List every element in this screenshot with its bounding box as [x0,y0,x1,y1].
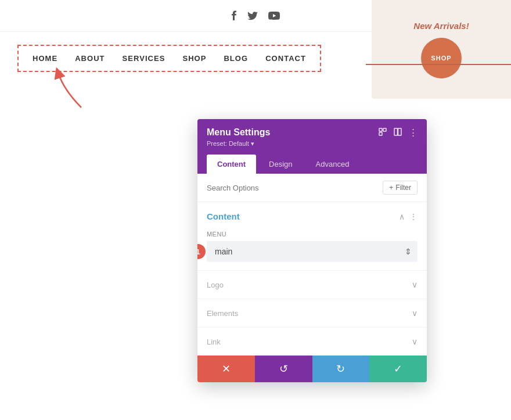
redo-icon: ↻ [336,362,345,375]
svg-rect-2 [379,132,382,135]
tab-content[interactable]: Content [207,155,256,174]
content-section-header: Content ∧ ⋮ [197,202,427,227]
nav-blog[interactable]: BLOG [224,54,248,63]
svg-rect-3 [394,128,398,135]
link-header[interactable]: Link ∨ [197,328,427,356]
search-input[interactable] [207,184,383,192]
nav-about[interactable]: ABOUT [75,54,105,63]
section-controls: ∧ ⋮ [399,212,418,221]
link-section: Link ∨ [197,327,427,356]
more-options-icon[interactable]: ⋮ [409,127,418,138]
logo-chevron-icon: ∨ [412,280,418,289]
save-icon: ✓ [394,362,402,375]
twitter-icon [247,12,258,23]
panel-title: Menu Settings [207,127,270,138]
panel-scroll-area[interactable]: + Filter Content ∧ ⋮ Menu 1 [197,174,427,356]
shop-button[interactable]: SHOP [421,38,462,78]
tab-design[interactable]: Design [258,155,303,174]
promo-divider-line [366,64,511,65]
menu-field-label: Menu [207,231,418,238]
link-chevron-icon: ∨ [412,337,418,346]
nav-home[interactable]: HOME [33,54,57,63]
panel-tabs: Content Design Advanced [197,155,427,174]
tab-advanced[interactable]: Advanced [305,155,360,174]
logo-header[interactable]: Logo ∨ [197,271,427,299]
logo-title: Logo [207,281,224,289]
panel-footer: ✕ ↺ ↻ ✓ [197,356,427,382]
filter-button[interactable]: + Filter [383,181,418,195]
svg-rect-1 [383,128,386,131]
promo-area: New Arrivals! SHOP [372,0,511,99]
panel-preset[interactable]: Preset: Default ▾ [207,140,418,148]
save-button[interactable]: ✓ [369,356,427,382]
section-more-icon[interactable]: ⋮ [409,212,418,221]
panel-header: Menu Settings [197,119,427,155]
facebook-icon [231,10,237,23]
link-title: Link [207,338,221,346]
filter-icon: + [389,184,393,192]
undo-icon: ↺ [279,362,288,375]
svg-rect-0 [379,128,382,131]
menu-select[interactable]: main [207,241,418,262]
elements-title: Elements [207,309,238,318]
annotation-arrow [52,67,87,116]
filter-label: Filter [395,184,411,192]
menu-field-row: Menu 1 main ⇕ [197,227,427,270]
fullscreen-icon[interactable] [379,128,387,138]
youtube-icon [268,12,280,22]
cancel-button[interactable]: ✕ [197,356,255,382]
search-row: + Filter [197,174,427,202]
menu-select-wrapper: 1 main ⇕ [207,241,418,262]
nav-shop[interactable]: SHOP [182,54,206,63]
section-title: Content [207,211,240,221]
svg-rect-4 [398,128,402,135]
cancel-icon: ✕ [222,362,231,375]
website-background: HOME ABOUT SERVICES SHOP BLOG CONTACT Ne… [0,0,511,420]
step-badge-1: 1 [197,244,206,259]
menu-settings-panel: Menu Settings [197,119,427,382]
redo-button[interactable]: ↻ [312,356,370,382]
nav-services[interactable]: SERVICES [123,54,165,63]
undo-button[interactable]: ↺ [255,356,312,382]
section-collapse-icon[interactable]: ∧ [399,212,405,221]
elements-chevron-icon: ∨ [412,308,418,318]
nav-contact[interactable]: CONTACT [265,54,306,63]
panel-body: + Filter Content ∧ ⋮ Menu 1 [197,174,427,382]
logo-section: Logo ∨ [197,270,427,299]
elements-section: Elements ∨ [197,299,427,327]
panel-header-icons: ⋮ [379,127,418,138]
elements-header[interactable]: Elements ∨ [197,299,427,327]
promo-title: New Arrivals! [413,21,469,31]
split-view-icon[interactable] [394,128,402,138]
panel-header-top: Menu Settings [207,127,418,138]
